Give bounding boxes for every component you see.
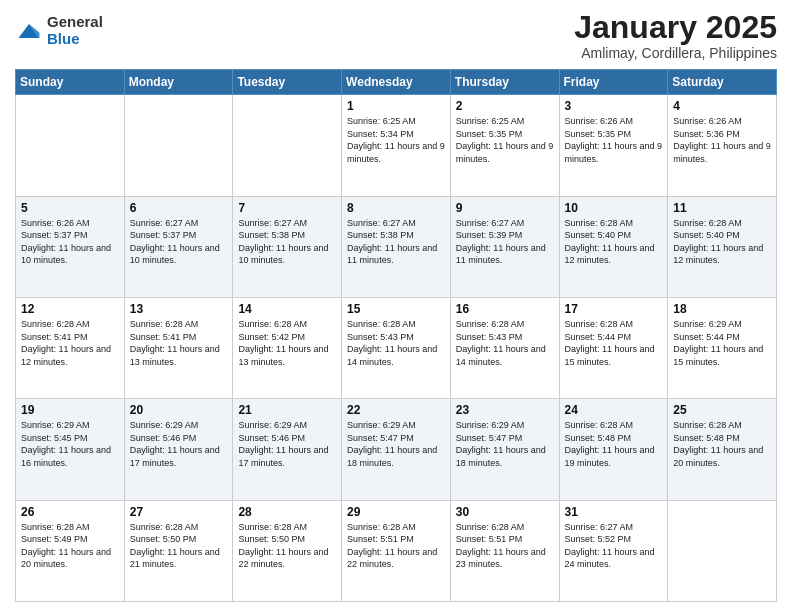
- title-block: January 2025 Amlimay, Cordillera, Philip…: [574, 10, 777, 61]
- logo-icon: [15, 17, 43, 45]
- day-info: Sunrise: 6:29 AMSunset: 5:47 PMDaylight:…: [456, 419, 554, 469]
- logo-text: General Blue: [47, 14, 103, 47]
- day-number: 15: [347, 302, 445, 316]
- day-number: 14: [238, 302, 336, 316]
- calendar-day-cell: [16, 95, 125, 196]
- calendar-day-cell: 23Sunrise: 6:29 AMSunset: 5:47 PMDayligh…: [450, 399, 559, 500]
- calendar-day-cell: 22Sunrise: 6:29 AMSunset: 5:47 PMDayligh…: [342, 399, 451, 500]
- day-number: 22: [347, 403, 445, 417]
- day-info: Sunrise: 6:28 AMSunset: 5:41 PMDaylight:…: [130, 318, 228, 368]
- day-number: 16: [456, 302, 554, 316]
- weekday-header: Saturday: [668, 70, 777, 95]
- day-info: Sunrise: 6:28 AMSunset: 5:43 PMDaylight:…: [347, 318, 445, 368]
- day-number: 28: [238, 505, 336, 519]
- calendar-day-cell: 13Sunrise: 6:28 AMSunset: 5:41 PMDayligh…: [124, 297, 233, 398]
- day-number: 25: [673, 403, 771, 417]
- day-info: Sunrise: 6:28 AMSunset: 5:48 PMDaylight:…: [565, 419, 663, 469]
- calendar-day-cell: 11Sunrise: 6:28 AMSunset: 5:40 PMDayligh…: [668, 196, 777, 297]
- day-number: 24: [565, 403, 663, 417]
- weekday-header: Sunday: [16, 70, 125, 95]
- day-info: Sunrise: 6:28 AMSunset: 5:51 PMDaylight:…: [347, 521, 445, 571]
- day-info: Sunrise: 6:29 AMSunset: 5:47 PMDaylight:…: [347, 419, 445, 469]
- day-info: Sunrise: 6:28 AMSunset: 5:40 PMDaylight:…: [565, 217, 663, 267]
- day-number: 12: [21, 302, 119, 316]
- calendar-week-row: 26Sunrise: 6:28 AMSunset: 5:49 PMDayligh…: [16, 500, 777, 601]
- day-info: Sunrise: 6:28 AMSunset: 5:50 PMDaylight:…: [130, 521, 228, 571]
- header: General Blue January 2025 Amlimay, Cordi…: [15, 10, 777, 61]
- day-number: 29: [347, 505, 445, 519]
- weekday-header: Monday: [124, 70, 233, 95]
- day-info: Sunrise: 6:28 AMSunset: 5:48 PMDaylight:…: [673, 419, 771, 469]
- calendar-day-cell: 12Sunrise: 6:28 AMSunset: 5:41 PMDayligh…: [16, 297, 125, 398]
- day-number: 9: [456, 201, 554, 215]
- calendar-day-cell: 3Sunrise: 6:26 AMSunset: 5:35 PMDaylight…: [559, 95, 668, 196]
- day-info: Sunrise: 6:25 AMSunset: 5:35 PMDaylight:…: [456, 115, 554, 165]
- calendar-day-cell: 20Sunrise: 6:29 AMSunset: 5:46 PMDayligh…: [124, 399, 233, 500]
- day-info: Sunrise: 6:27 AMSunset: 5:38 PMDaylight:…: [347, 217, 445, 267]
- day-info: Sunrise: 6:28 AMSunset: 5:50 PMDaylight:…: [238, 521, 336, 571]
- day-info: Sunrise: 6:28 AMSunset: 5:40 PMDaylight:…: [673, 217, 771, 267]
- day-info: Sunrise: 6:27 AMSunset: 5:39 PMDaylight:…: [456, 217, 554, 267]
- day-info: Sunrise: 6:29 AMSunset: 5:46 PMDaylight:…: [238, 419, 336, 469]
- day-number: 13: [130, 302, 228, 316]
- weekday-header: Thursday: [450, 70, 559, 95]
- day-number: 2: [456, 99, 554, 113]
- logo: General Blue: [15, 14, 103, 47]
- page-subtitle: Amlimay, Cordillera, Philippines: [574, 45, 777, 61]
- calendar-day-cell: 18Sunrise: 6:29 AMSunset: 5:44 PMDayligh…: [668, 297, 777, 398]
- calendar-day-cell: 19Sunrise: 6:29 AMSunset: 5:45 PMDayligh…: [16, 399, 125, 500]
- calendar-day-cell: 17Sunrise: 6:28 AMSunset: 5:44 PMDayligh…: [559, 297, 668, 398]
- day-number: 6: [130, 201, 228, 215]
- logo-general-text: General: [47, 14, 103, 31]
- calendar-day-cell: 5Sunrise: 6:26 AMSunset: 5:37 PMDaylight…: [16, 196, 125, 297]
- day-info: Sunrise: 6:27 AMSunset: 5:37 PMDaylight:…: [130, 217, 228, 267]
- calendar-day-cell: 27Sunrise: 6:28 AMSunset: 5:50 PMDayligh…: [124, 500, 233, 601]
- day-info: Sunrise: 6:26 AMSunset: 5:37 PMDaylight:…: [21, 217, 119, 267]
- day-number: 5: [21, 201, 119, 215]
- day-info: Sunrise: 6:26 AMSunset: 5:35 PMDaylight:…: [565, 115, 663, 165]
- calendar-day-cell: 1Sunrise: 6:25 AMSunset: 5:34 PMDaylight…: [342, 95, 451, 196]
- day-number: 11: [673, 201, 771, 215]
- calendar-week-row: 1Sunrise: 6:25 AMSunset: 5:34 PMDaylight…: [16, 95, 777, 196]
- day-info: Sunrise: 6:27 AMSunset: 5:38 PMDaylight:…: [238, 217, 336, 267]
- day-number: 31: [565, 505, 663, 519]
- calendar-day-cell: 25Sunrise: 6:28 AMSunset: 5:48 PMDayligh…: [668, 399, 777, 500]
- day-number: 27: [130, 505, 228, 519]
- weekday-header: Tuesday: [233, 70, 342, 95]
- day-info: Sunrise: 6:25 AMSunset: 5:34 PMDaylight:…: [347, 115, 445, 165]
- calendar-day-cell: 2Sunrise: 6:25 AMSunset: 5:35 PMDaylight…: [450, 95, 559, 196]
- calendar-day-cell: [124, 95, 233, 196]
- calendar-header-row: SundayMondayTuesdayWednesdayThursdayFrid…: [16, 70, 777, 95]
- calendar-day-cell: 31Sunrise: 6:27 AMSunset: 5:52 PMDayligh…: [559, 500, 668, 601]
- calendar-day-cell: 9Sunrise: 6:27 AMSunset: 5:39 PMDaylight…: [450, 196, 559, 297]
- day-info: Sunrise: 6:27 AMSunset: 5:52 PMDaylight:…: [565, 521, 663, 571]
- calendar-day-cell: 4Sunrise: 6:26 AMSunset: 5:36 PMDaylight…: [668, 95, 777, 196]
- day-info: Sunrise: 6:28 AMSunset: 5:41 PMDaylight:…: [21, 318, 119, 368]
- day-info: Sunrise: 6:28 AMSunset: 5:42 PMDaylight:…: [238, 318, 336, 368]
- day-info: Sunrise: 6:29 AMSunset: 5:46 PMDaylight:…: [130, 419, 228, 469]
- day-info: Sunrise: 6:29 AMSunset: 5:44 PMDaylight:…: [673, 318, 771, 368]
- calendar-day-cell: [233, 95, 342, 196]
- calendar-day-cell: 8Sunrise: 6:27 AMSunset: 5:38 PMDaylight…: [342, 196, 451, 297]
- calendar-table: SundayMondayTuesdayWednesdayThursdayFrid…: [15, 69, 777, 602]
- day-number: 20: [130, 403, 228, 417]
- calendar-week-row: 12Sunrise: 6:28 AMSunset: 5:41 PMDayligh…: [16, 297, 777, 398]
- calendar-day-cell: 26Sunrise: 6:28 AMSunset: 5:49 PMDayligh…: [16, 500, 125, 601]
- day-number: 30: [456, 505, 554, 519]
- calendar-day-cell: 30Sunrise: 6:28 AMSunset: 5:51 PMDayligh…: [450, 500, 559, 601]
- day-number: 3: [565, 99, 663, 113]
- calendar-day-cell: 14Sunrise: 6:28 AMSunset: 5:42 PMDayligh…: [233, 297, 342, 398]
- logo-blue-text: Blue: [47, 31, 103, 48]
- day-number: 1: [347, 99, 445, 113]
- calendar-day-cell: 21Sunrise: 6:29 AMSunset: 5:46 PMDayligh…: [233, 399, 342, 500]
- day-info: Sunrise: 6:29 AMSunset: 5:45 PMDaylight:…: [21, 419, 119, 469]
- day-info: Sunrise: 6:26 AMSunset: 5:36 PMDaylight:…: [673, 115, 771, 165]
- day-number: 8: [347, 201, 445, 215]
- day-number: 7: [238, 201, 336, 215]
- calendar-day-cell: 7Sunrise: 6:27 AMSunset: 5:38 PMDaylight…: [233, 196, 342, 297]
- day-info: Sunrise: 6:28 AMSunset: 5:51 PMDaylight:…: [456, 521, 554, 571]
- weekday-header: Wednesday: [342, 70, 451, 95]
- calendar-day-cell: 16Sunrise: 6:28 AMSunset: 5:43 PMDayligh…: [450, 297, 559, 398]
- day-number: 4: [673, 99, 771, 113]
- calendar-day-cell: 24Sunrise: 6:28 AMSunset: 5:48 PMDayligh…: [559, 399, 668, 500]
